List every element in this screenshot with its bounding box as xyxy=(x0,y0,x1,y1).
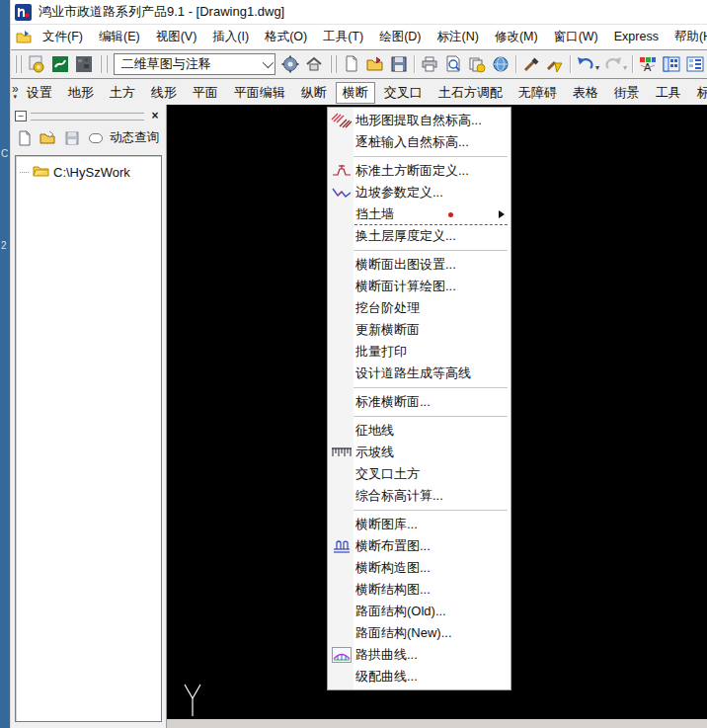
workspace-gear-icon[interactable] xyxy=(280,54,300,74)
redo-dropdown-icon[interactable]: ▾ xyxy=(623,63,627,72)
toolbar-separator xyxy=(570,55,571,73)
menu-item-label: 横断面出图设置... xyxy=(355,256,456,274)
matchprop-icon[interactable] xyxy=(521,54,541,74)
menubar-item[interactable]: 文件(F) xyxy=(37,26,89,48)
sheetset-icon[interactable] xyxy=(685,54,705,74)
save-icon[interactable] xyxy=(389,54,409,74)
menu-item[interactable]: 交叉口土方 xyxy=(328,463,511,485)
app-settings-icon[interactable] xyxy=(27,54,46,74)
menu-item[interactable]: 横断图库... xyxy=(328,514,511,535)
plot-icon[interactable] xyxy=(420,54,439,74)
redo-icon[interactable] xyxy=(603,54,623,74)
ribbon-item-active[interactable]: 横断 xyxy=(336,82,375,104)
panel-open-icon[interactable] xyxy=(39,128,58,148)
ribbon-item[interactable]: 工具 xyxy=(649,82,688,104)
menu-item[interactable]: 示坡线 xyxy=(328,442,511,463)
menu-item[interactable]: 综合标高计算... xyxy=(328,485,511,507)
render-icon[interactable] xyxy=(74,54,94,74)
menu-item[interactable]: 路拱曲线... xyxy=(328,644,511,666)
menu-item[interactable]: 标准横断面... xyxy=(328,391,511,413)
toolbar-grip[interactable] xyxy=(15,55,22,73)
menu-item[interactable]: 路面结构(Old)... xyxy=(328,601,511,622)
colors-icon[interactable]: A xyxy=(638,54,658,74)
menu-item[interactable]: 换土层厚度定义... xyxy=(328,225,511,247)
open-file-icon[interactable] xyxy=(365,54,385,74)
menubar-item[interactable]: 编辑(E) xyxy=(93,26,146,48)
home-icon[interactable] xyxy=(304,54,324,74)
menu-item[interactable]: 横断结构图... xyxy=(328,579,511,601)
menu-item[interactable]: 征地线 xyxy=(328,420,511,442)
menu-item-label: 交叉口土方 xyxy=(355,465,420,483)
menu-separator xyxy=(331,156,508,157)
menu-item[interactable]: 挡土墙 xyxy=(328,203,511,225)
panel-toolbar: 动态查询 xyxy=(11,123,166,152)
menu-item[interactable]: 地形图提取自然标高... xyxy=(328,110,511,131)
new-file-icon[interactable] xyxy=(342,54,361,74)
menubar-item[interactable]: 视图(V) xyxy=(150,26,203,48)
publish-icon[interactable] xyxy=(467,54,487,74)
toolbar-separator xyxy=(414,55,415,73)
workspace-select[interactable]: 二维草图与注释 xyxy=(114,53,275,75)
menu-item[interactable]: 标准土方断面定义... xyxy=(328,160,511,182)
slope-line-icon xyxy=(329,187,354,199)
menu-item[interactable]: 批量打印 xyxy=(328,341,511,363)
crown-curve-icon xyxy=(329,647,354,663)
menubar-item[interactable]: 插入(I) xyxy=(206,26,255,48)
ribbon-item[interactable]: 交叉口 xyxy=(377,82,430,104)
menubar-item[interactable]: 绘图(D) xyxy=(373,26,427,48)
panel-save-icon[interactable] xyxy=(62,128,82,148)
toolbar-grip[interactable] xyxy=(100,55,107,73)
menubar-item[interactable]: 窗口(W) xyxy=(548,26,604,48)
folder-tree[interactable]: C:\HySzWork xyxy=(15,155,162,722)
ribbon-item[interactable]: 土方 xyxy=(103,82,142,104)
menubar-item[interactable]: 修改(M) xyxy=(489,26,544,48)
ribbon-item[interactable]: 平面 xyxy=(186,82,225,104)
ribbon-item[interactable]: 线形 xyxy=(144,82,184,104)
menubar-item[interactable]: 工具(T) xyxy=(317,26,369,48)
menu-separator xyxy=(331,250,508,251)
menubar-item[interactable]: Express xyxy=(608,26,665,48)
palette-icon[interactable] xyxy=(662,54,681,74)
ribbon-item[interactable]: 地形 xyxy=(61,82,101,104)
ribbon-item[interactable]: 街景 xyxy=(607,82,647,104)
web-icon[interactable] xyxy=(491,54,511,74)
toolbar-overflow-icon[interactable]: »▾ xyxy=(12,84,19,102)
ribbon-item[interactable]: 纵断 xyxy=(294,82,334,104)
ribbon-item[interactable]: 设置 xyxy=(20,82,59,104)
menubar-item[interactable]: 标注(N) xyxy=(432,26,485,48)
menu-item[interactable]: 挖台阶处理 xyxy=(328,297,511,319)
panel-toggle-icon[interactable] xyxy=(86,128,106,148)
menu-item[interactable]: 路面结构(New)... xyxy=(328,622,511,644)
menu-item[interactable]: 逐桩输入自然标高... xyxy=(328,131,511,153)
menu-item[interactable]: 级配曲线... xyxy=(328,666,511,688)
menu-item[interactable]: 横断面计算绘图... xyxy=(328,276,511,297)
menu-item[interactable]: 横断构造图... xyxy=(328,557,511,579)
menu-item[interactable]: 横断面出图设置... xyxy=(328,254,511,276)
menu-item[interactable]: 更新横断面 xyxy=(328,319,511,341)
menu-item[interactable]: 边坡参数定义... xyxy=(328,182,511,203)
cross-section-icon xyxy=(329,164,354,178)
menubar-item[interactable]: 格式(O) xyxy=(259,26,313,48)
tree-item[interactable]: C:\HySzWork xyxy=(16,156,161,182)
menubar-item[interactable]: 帮助(H) xyxy=(668,26,707,48)
panel-close-button[interactable]: × xyxy=(148,109,162,122)
ribbon-item[interactable]: 平面编辑 xyxy=(227,82,292,104)
hongye-green-icon[interactable] xyxy=(50,54,70,74)
undo-icon[interactable] xyxy=(576,54,595,74)
toolbar-grip[interactable] xyxy=(330,55,337,73)
preview-icon[interactable] xyxy=(443,54,463,74)
menu-item-label: 设计道路生成等高线 xyxy=(355,364,471,382)
panel-drag-handle[interactable] xyxy=(31,113,144,121)
ribbon-item[interactable]: 土石方调配 xyxy=(432,82,510,104)
sketch-icon[interactable] xyxy=(545,54,565,74)
ribbon-item[interactable]: 表格 xyxy=(566,82,605,104)
ribbon-item[interactable]: 无障碍 xyxy=(511,82,564,104)
menu-item[interactable]: 设计道路生成等高线 xyxy=(328,363,511,384)
panel-new-icon[interactable] xyxy=(15,128,35,148)
undo-dropdown-icon[interactable]: ▾ xyxy=(595,63,599,72)
menu-item[interactable]: 横断布置图... xyxy=(328,535,511,557)
drawing-file-icon[interactable] xyxy=(16,30,32,44)
panel-collapse-button[interactable]: – xyxy=(15,111,27,121)
menu-item-label: 路面结构(New)... xyxy=(355,624,452,642)
ribbon-item[interactable]: 标志标线 xyxy=(690,82,707,104)
